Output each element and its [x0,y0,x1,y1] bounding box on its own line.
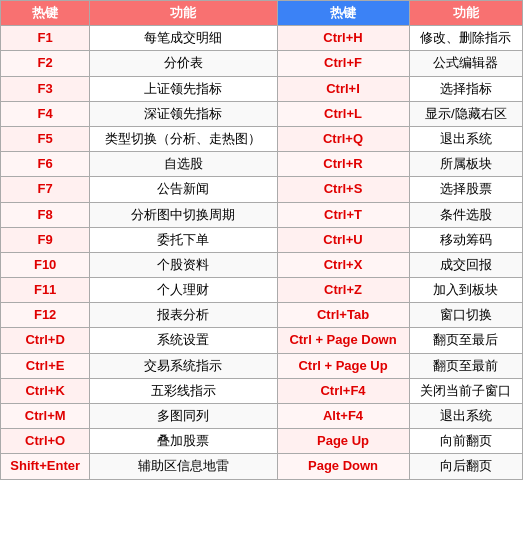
func-cell-right: 加入到板块 [409,278,522,303]
hotkey-cell-left: Shift+Enter [1,454,90,479]
hotkey-cell-right: Alt+F4 [277,404,409,429]
func-cell-right: 成交回报 [409,252,522,277]
header-func1: 功能 [90,1,277,26]
func-cell-left: 个股资料 [90,252,277,277]
func-cell-right: 窗口切换 [409,303,522,328]
table-row: F9委托下单Ctrl+U移动筹码 [1,227,523,252]
hotkey-cell-left: F8 [1,202,90,227]
func-cell-left: 分析图中切换周期 [90,202,277,227]
func-cell-right: 条件选股 [409,202,522,227]
func-cell-left: 系统设置 [90,328,277,353]
table-row: Ctrl+K五彩线指示Ctrl+F4关闭当前子窗口 [1,378,523,403]
hotkey-cell-right: Ctrl+X [277,252,409,277]
hotkey-cell-left: Ctrl+D [1,328,90,353]
hotkey-cell-right: Ctrl + Page Up [277,353,409,378]
table-row: Ctrl+M多图同列Alt+F4退出系统 [1,404,523,429]
table-row: F2分价表Ctrl+F公式编辑器 [1,51,523,76]
hotkey-cell-right: Ctrl+I [277,76,409,101]
hotkey-cell-right: Ctrl+Z [277,278,409,303]
hotkey-cell-left: F5 [1,126,90,151]
hotkey-cell-left: F3 [1,76,90,101]
hotkey-cell-left: Ctrl+K [1,378,90,403]
func-cell-left: 深证领先指标 [90,101,277,126]
hotkey-cell-left: F9 [1,227,90,252]
hotkey-cell-right: Ctrl + Page Down [277,328,409,353]
table-row: F5类型切换（分析、走热图）Ctrl+Q退出系统 [1,126,523,151]
func-cell-left: 交易系统指示 [90,353,277,378]
func-cell-left: 上证领先指标 [90,76,277,101]
func-cell-right: 翻页至最前 [409,353,522,378]
table-row: F8分析图中切换周期Ctrl+T条件选股 [1,202,523,227]
table-row: Ctrl+D系统设置Ctrl + Page Down翻页至最后 [1,328,523,353]
func-cell-right: 关闭当前子窗口 [409,378,522,403]
table-row: F4深证领先指标Ctrl+L显示/隐藏右区 [1,101,523,126]
hotkey-cell-left: F7 [1,177,90,202]
func-cell-left: 多图同列 [90,404,277,429]
func-cell-right: 选择指标 [409,76,522,101]
header-hotkey2: 热键 [277,1,409,26]
func-cell-right: 所属板块 [409,152,522,177]
hotkey-cell-left: Ctrl+O [1,429,90,454]
func-cell-right: 移动筹码 [409,227,522,252]
func-cell-right: 向后翻页 [409,454,522,479]
hotkey-cell-left: F12 [1,303,90,328]
func-cell-left: 委托下单 [90,227,277,252]
header-func2: 功能 [409,1,522,26]
hotkey-table: 热键 功能 热键 功能 F1每笔成交明细Ctrl+H修改、删除指示F2分价表Ct… [0,0,523,480]
hotkey-cell-right: Page Down [277,454,409,479]
table-row: F3上证领先指标Ctrl+I选择指标 [1,76,523,101]
hotkey-cell-right: Ctrl+U [277,227,409,252]
hotkey-cell-right: Ctrl+Tab [277,303,409,328]
func-cell-left: 报表分析 [90,303,277,328]
table-row: F1每笔成交明细Ctrl+H修改、删除指示 [1,26,523,51]
table-row: F6自选股Ctrl+R所属板块 [1,152,523,177]
func-cell-right: 修改、删除指示 [409,26,522,51]
func-cell-right: 选择股票 [409,177,522,202]
hotkey-cell-right: Ctrl+H [277,26,409,51]
hotkey-cell-right: Ctrl+T [277,202,409,227]
hotkey-cell-left: F1 [1,26,90,51]
hotkey-cell-right: Ctrl+L [277,101,409,126]
func-cell-right: 向前翻页 [409,429,522,454]
func-cell-right: 翻页至最后 [409,328,522,353]
header-hotkey1: 热键 [1,1,90,26]
hotkey-cell-left: F6 [1,152,90,177]
func-cell-right: 退出系统 [409,404,522,429]
table-row: F11个人理财Ctrl+Z加入到板块 [1,278,523,303]
table-row: F7公告新闻Ctrl+S选择股票 [1,177,523,202]
hotkey-cell-left: F4 [1,101,90,126]
func-cell-left: 类型切换（分析、走热图） [90,126,277,151]
func-cell-left: 分价表 [90,51,277,76]
hotkey-cell-left: F2 [1,51,90,76]
hotkey-cell-left: F11 [1,278,90,303]
func-cell-right: 退出系统 [409,126,522,151]
hotkey-cell-right: Page Up [277,429,409,454]
hotkey-cell-right: Ctrl+F4 [277,378,409,403]
hotkey-cell-right: Ctrl+Q [277,126,409,151]
func-cell-left: 自选股 [90,152,277,177]
table-row: Ctrl+E交易系统指示Ctrl + Page Up翻页至最前 [1,353,523,378]
table-row: F12报表分析Ctrl+Tab窗口切换 [1,303,523,328]
hotkey-cell-left: Ctrl+M [1,404,90,429]
func-cell-left: 个人理财 [90,278,277,303]
func-cell-right: 显示/隐藏右区 [409,101,522,126]
func-cell-left: 公告新闻 [90,177,277,202]
hotkey-cell-right: Ctrl+F [277,51,409,76]
hotkey-cell-right: Ctrl+R [277,152,409,177]
table-row: F10个股资料Ctrl+X成交回报 [1,252,523,277]
func-cell-left: 辅助区信息地雷 [90,454,277,479]
func-cell-left: 五彩线指示 [90,378,277,403]
hotkey-cell-left: Ctrl+E [1,353,90,378]
hotkey-cell-left: F10 [1,252,90,277]
func-cell-left: 叠加股票 [90,429,277,454]
hotkey-cell-right: Ctrl+S [277,177,409,202]
table-row: Ctrl+O叠加股票Page Up向前翻页 [1,429,523,454]
table-row: Shift+Enter辅助区信息地雷Page Down向后翻页 [1,454,523,479]
func-cell-left: 每笔成交明细 [90,26,277,51]
func-cell-right: 公式编辑器 [409,51,522,76]
